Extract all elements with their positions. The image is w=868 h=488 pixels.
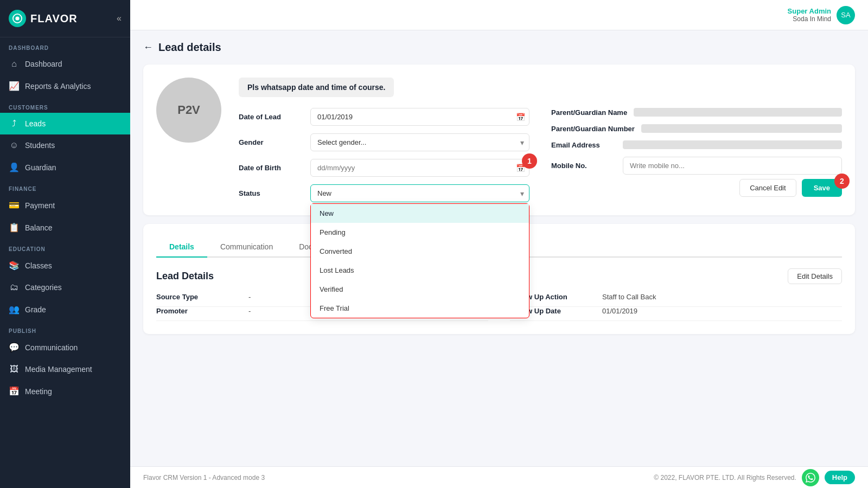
form-section: Pls whatsapp date and time of course. Da… [239, 78, 842, 202]
sidebar-item-leads[interactable]: ⤴ Leads [0, 113, 130, 134]
step-badge-2: 2 [834, 174, 850, 189]
students-icon: ☺ [9, 140, 20, 150]
source-type-value: - [248, 293, 251, 301]
sidebar-item-label: Dashboard [25, 60, 62, 68]
status-option-converted[interactable]: Converted [311, 242, 529, 261]
sidebar-item-label: Meeting [25, 387, 52, 396]
cancel-edit-button[interactable]: Cancel Edit [739, 179, 796, 197]
communication-icon: 💬 [9, 342, 20, 352]
section-label-education: EDUCATION [0, 239, 130, 254]
classes-icon: 📚 [9, 260, 20, 271]
footer-copyright: © 2022, FLAVOR PTE. LTD. All Rights Rese… [654, 474, 796, 481]
avatar-section: P2V [156, 78, 221, 202]
logo-icon [9, 10, 26, 27]
status-option-new[interactable]: New [311, 204, 529, 223]
guardian-icon: 👤 [9, 162, 20, 172]
content-area: ← Lead details P2V Pls whatsapp date and… [130, 30, 868, 466]
status-option-pending[interactable]: Pending [311, 223, 529, 242]
mobile-label: Mobile No. [551, 162, 616, 170]
status-label: Status [239, 189, 304, 197]
collapse-icon[interactable]: « [117, 14, 122, 23]
lead-form-card: P2V Pls whatsapp date and time of course… [143, 65, 855, 215]
status-option-lost-leads[interactable]: Lost Leads [311, 261, 529, 280]
tab-details[interactable]: Details [156, 237, 207, 258]
sidebar-section-finance: FINANCE 💳 Payment 📋 Balance [0, 178, 130, 239]
footer-left: Flavor CRM Version 1 - Advanced mode 3 [143, 474, 265, 481]
follow-up-action-value: Staff to Call Back [602, 293, 656, 301]
status-option-free-trial[interactable]: Free Trial [311, 299, 529, 318]
status-select[interactable]: New Pending Converted Lost Leads Verifie… [310, 184, 529, 202]
whatsapp-button[interactable] [802, 469, 819, 486]
sidebar-item-payment[interactable]: 💳 Payment [0, 194, 130, 216]
analytics-icon: 📈 [9, 81, 20, 91]
lead-form: P2V Pls whatsapp date and time of course… [156, 78, 842, 202]
sidebar-item-label: Classes [25, 261, 52, 270]
mobile-input[interactable] [623, 157, 842, 175]
sidebar-item-media[interactable]: 🖼 Media Management [0, 358, 130, 380]
gender-row: Gender Select gender... Male Female ▾ [239, 133, 529, 151]
sidebar-item-meeting[interactable]: 📅 Meeting [0, 380, 130, 402]
sidebar-item-label: Reports & Analytics [25, 82, 91, 91]
action-buttons: Cancel Edit Save 2 [551, 179, 842, 197]
tab-communication[interactable]: Communication [207, 237, 286, 258]
sidebar-item-label: Students [25, 141, 55, 150]
user-name: Super Admin [788, 7, 831, 15]
sidebar-item-label: Balance [25, 223, 53, 232]
status-option-verified[interactable]: Verified [311, 280, 529, 299]
help-button[interactable]: Help [825, 471, 855, 484]
dob-input[interactable] [310, 159, 529, 177]
grade-icon: 👥 [9, 304, 20, 314]
detail-row-follow-up-date: Follow Up Date 01/01/2019 [510, 307, 842, 321]
calendar-icon: 📅 [516, 113, 525, 121]
sidebar-section-customers: CUSTOMERS ⤴ Leads ☺ Students 👤 Guardian [0, 97, 130, 178]
parent-number-label: Parent/Guardian Number [551, 125, 635, 133]
lead-avatar: P2V [156, 78, 221, 143]
gender-select[interactable]: Select gender... Male Female [310, 133, 529, 151]
email-label: Email Address [551, 141, 616, 149]
back-button[interactable]: ← [143, 42, 153, 53]
app-name: FLAVOR [30, 12, 78, 25]
follow-up-date-value: 01/01/2019 [602, 307, 637, 315]
sidebar-item-label: Payment [25, 201, 55, 210]
status-row: Status New Pending Converted Lost Leads … [239, 184, 529, 202]
media-icon: 🖼 [9, 364, 20, 374]
sidebar-item-students[interactable]: ☺ Students [0, 134, 130, 156]
leads-icon: ⤴ [9, 119, 20, 129]
sidebar-item-categories[interactable]: 🗂 Categories [0, 277, 130, 298]
gender-wrapper: Select gender... Male Female ▾ [310, 133, 529, 151]
sidebar-section-dashboard: DASHBOARD ⌂ Dashboard 📈 Reports & Analyt… [0, 37, 130, 97]
topbar: Super Admin Soda In Mind SA [130, 0, 868, 30]
source-type-label: Source Type [156, 293, 243, 301]
email-value [623, 140, 842, 149]
sidebar-item-balance[interactable]: 📋 Balance [0, 216, 130, 239]
promoter-label: Promoter [156, 307, 243, 315]
date-of-lead-input[interactable] [310, 108, 529, 126]
sidebar-item-dashboard[interactable]: ⌂ Dashboard [0, 53, 130, 75]
sidebar-item-communication[interactable]: 💬 Communication [0, 336, 130, 358]
balance-icon: 📋 [9, 222, 20, 233]
section-label-dashboard: DASHBOARD [0, 37, 130, 53]
dob-field: 📅 1 [310, 159, 529, 177]
page-title: Lead details [158, 41, 221, 54]
parent-name-value [634, 108, 842, 117]
sidebar-item-label: Communication [25, 343, 78, 352]
email-row: Email Address [551, 140, 842, 149]
lead-details-title: Lead Details [156, 271, 214, 282]
dob-label: Date of Birth [239, 164, 304, 172]
status-dropdown-menu: New Pending Converted Lost Leads Verifie… [310, 203, 529, 318]
svg-point-1 [15, 16, 19, 20]
avatar: SA [837, 6, 855, 24]
parent-number-value [641, 124, 842, 133]
categories-icon: 🗂 [9, 282, 20, 292]
sidebar-item-guardian[interactable]: 👤 Guardian [0, 156, 130, 178]
home-icon: ⌂ [9, 59, 20, 69]
edit-details-button[interactable]: Edit Details [788, 268, 842, 284]
meeting-icon: 📅 [9, 386, 20, 396]
footer: Flavor CRM Version 1 - Advanced mode 3 ©… [130, 466, 868, 488]
sidebar-item-classes[interactable]: 📚 Classes [0, 254, 130, 277]
date-of-lead-row: Date of Lead 📅 [239, 108, 529, 126]
sidebar-item-reports[interactable]: 📈 Reports & Analytics [0, 75, 130, 97]
sidebar-item-label: Leads [25, 119, 46, 128]
detail-row-follow-up-action: Follow Up Action Staff to Call Back [510, 293, 842, 307]
sidebar-item-grade[interactable]: 👥 Grade [0, 298, 130, 320]
